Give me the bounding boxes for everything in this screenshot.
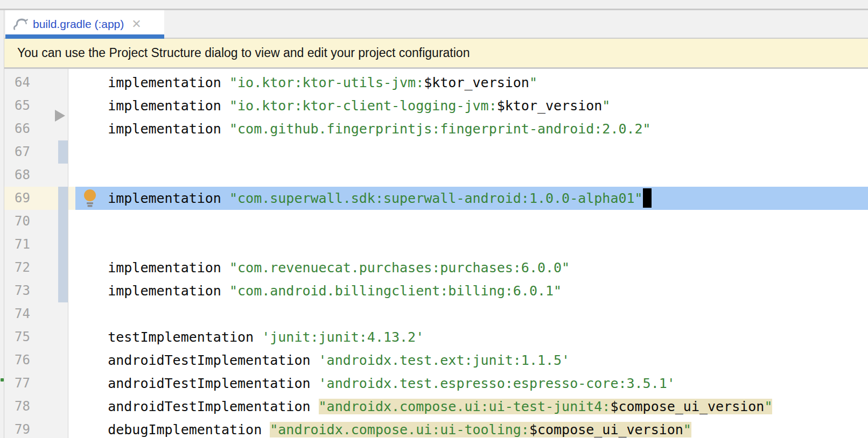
gutter-line-number: 64 [4,71,68,94]
code-string: 'androidx.test.espresso:espresso-core:3.… [319,376,675,391]
code-string: "com.superwall.sdk:superwall-android:1.0… [229,190,643,206]
code-string: 'junit:junit:4.13.2' [262,329,424,345]
fold-cell [68,117,75,140]
tab-build-gradle[interactable]: build.gradle (:app) ✕ [5,10,164,38]
code-token: androidTestImplementation [75,399,319,414]
code-line-76[interactable]: androidTestImplementation 'androidx.test… [75,349,868,372]
code-line-68[interactable] [75,164,868,187]
code-string: " [602,98,610,114]
gutter-line-number: 74 [4,302,68,326]
code-token: implementation [75,75,229,90]
banner-text: You can use the Project Structure dialog… [4,46,470,60]
editor-gutter: 64656667686970717273747576777879 [4,69,68,438]
fold-cell [68,279,75,302]
code-token: implementation [75,98,229,114]
gutter-line-number: 79 [4,418,68,438]
quickfix-bulb-icon[interactable] [83,189,97,207]
code-token: $compose_ui_version [610,399,764,414]
gutter-line-number: 76 [4,349,68,372]
fold-cell [68,233,75,256]
code-string: "com.revenuecat.purchases:purchases:6.0.… [229,260,570,275]
code-string: " [683,422,691,437]
code-editor[interactable]: 64656667686970717273747576777879 impleme… [4,69,868,438]
window-top-strip [0,0,868,10]
code-line-64[interactable]: implementation "io.ktor:ktor-utils-jvm:$… [75,71,868,94]
fold-cell [68,326,75,349]
notification-banner: You can use the Project Structure dialog… [4,39,868,69]
fold-cell [68,418,75,438]
fold-cell [68,187,75,210]
fold-cell [68,256,75,279]
ide-window: build.gradle (:app) ✕ You can use the Pr… [0,0,868,438]
code-string: "io.ktor:ktor-utils-jvm: [229,75,424,90]
fold-cell [68,140,75,164]
change-marker-strip [58,140,68,164]
close-tab-icon[interactable]: ✕ [131,18,141,30]
gradle-elephant-icon [12,17,28,31]
fold-cell [68,349,75,372]
code-string: " [529,75,537,90]
code-line-65[interactable]: implementation "io.ktor:ktor-client-logg… [75,94,868,117]
gutter-line-number: 68 [4,164,68,187]
left-panel-edge[interactable] [0,10,4,438]
code-token: implementation [75,283,229,299]
code-line-73[interactable]: implementation "com.android.billingclien… [75,279,868,302]
code-line-67[interactable] [75,140,868,164]
code-token: implementation [75,190,229,206]
code-line-74[interactable] [75,302,868,326]
fold-column [68,69,75,438]
code-line-70[interactable] [75,210,868,233]
fold-arrow-icon[interactable] [55,110,65,122]
gutter-line-number: 75 [4,326,68,349]
code-token: testImplementation [75,329,262,345]
code-string: "androidx.compose.ui:ui-tooling: [270,422,529,437]
gutter-line-number: 77 [4,372,68,395]
code-line-77[interactable]: androidTestImplementation 'androidx.test… [75,372,868,395]
vcs-marker-dot [1,378,4,382]
code-token: implementation [75,121,229,137]
code-line-71[interactable] [75,233,868,256]
code-line-66[interactable]: implementation "com.github.fingerprintjs… [75,117,868,140]
text-cursor [643,188,652,208]
code-line-72[interactable]: implementation "com.revenuecat.purchases… [75,256,868,279]
code-token: implementation [75,260,229,275]
code-token: androidTestImplementation [75,376,319,391]
code-line-79[interactable]: debugImplementation "androidx.compose.ui… [75,418,868,438]
code-string: 'androidx.test.ext:junit:1.1.5' [319,352,570,368]
editor-tab-bar: build.gradle (:app) ✕ [4,10,868,39]
code-string: "androidx.compose.ui:ui-test-junit4: [319,399,611,414]
code-string: "com.android.billingclient:billing:6.0.1… [229,283,562,299]
fold-cell [68,71,75,94]
code-token: $ktor_version [497,98,603,114]
code-token: $compose_ui_version [529,422,683,437]
fold-cell [68,210,75,233]
gutter-line-number: 78 [4,395,68,418]
code-line-75[interactable]: testImplementation 'junit:junit:4.13.2' [75,326,868,349]
code-line-69[interactable]: implementation "com.superwall.sdk:superw… [75,187,868,210]
code-area[interactable]: implementation "io.ktor:ktor-utils-jvm:$… [75,69,868,438]
code-string: " [764,399,772,414]
code-token: debugImplementation [75,422,270,437]
tab-title: build.gradle (:app) [33,18,124,31]
fold-cell [68,164,75,187]
fold-cell [68,372,75,395]
code-token: androidTestImplementation [75,352,319,368]
fold-cell [68,302,75,326]
code-string: "io.ktor:ktor-client-logging-jvm: [229,98,497,114]
code-token: $ktor_version [424,75,529,90]
code-line-78[interactable]: androidTestImplementation "androidx.comp… [75,395,868,418]
change-marker-strip [58,187,68,302]
code-string: "com.github.fingerprintjs:fingerprint-an… [229,121,651,137]
fold-cell [68,395,75,418]
fold-cell [68,94,75,117]
